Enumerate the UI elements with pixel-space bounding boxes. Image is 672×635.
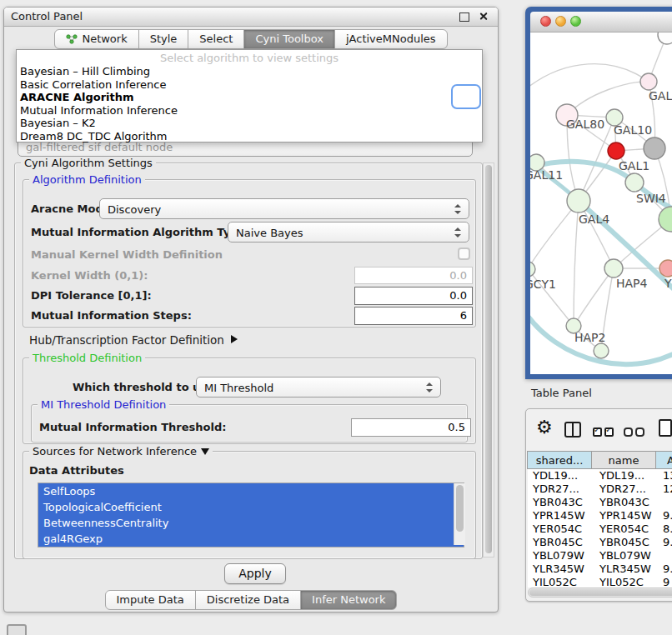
float-window-icon[interactable] <box>459 12 469 22</box>
settings-scrollbar[interactable] <box>483 162 494 558</box>
expand-arrow-icon[interactable] <box>231 335 238 343</box>
scrollbar-thumb[interactable] <box>485 165 492 553</box>
cell-name: YPR145W <box>599 509 651 522</box>
algorithm-option[interactable]: Bayesian – K2 <box>17 117 482 130</box>
tab-label: Cyni Toolbox <box>255 30 323 48</box>
close-traffic-light[interactable] <box>540 16 551 27</box>
node-label: GCY1 <box>530 278 556 291</box>
sources-title-text: Sources for Network Inference <box>33 445 197 458</box>
manual-kernel-checkbox[interactable] <box>458 248 470 260</box>
cell-name: YLR345W <box>599 562 651 576</box>
dpi-tolerance-field[interactable]: 0.0 <box>354 287 473 305</box>
checked-box-icon <box>604 428 614 437</box>
algorithm-option[interactable]: ARACNE Algorithm <box>17 91 482 104</box>
tab-label: Network <box>82 30 127 48</box>
gear-icon[interactable]: ⚙ <box>536 418 553 438</box>
table-row[interactable]: YBR045C YBR045C 9. <box>528 536 672 549</box>
aracne-mode-select[interactable]: Discovery <box>99 198 469 219</box>
spinner-arrows-icon <box>454 204 462 214</box>
table-row[interactable]: YER054C YER054C 8. <box>528 522 672 536</box>
attributes-scrollbar[interactable] <box>454 483 465 545</box>
network-canvas[interactable]: GAL GAL80 GAL10 GAL1 GAL11 SWI4 GAL4 GCY… <box>530 32 672 374</box>
table-row[interactable]: YBR043C YBR043C <box>528 496 672 509</box>
control-panel-titlebar[interactable]: Control Panel <box>4 8 498 27</box>
cell-value: 9. <box>663 509 672 522</box>
close-icon[interactable] <box>479 12 488 21</box>
table-row[interactable]: YPR145W YPR145W 9. <box>528 509 672 522</box>
node-hap4[interactable] <box>604 259 623 278</box>
tab-select[interactable]: Select <box>188 29 244 49</box>
node-label: GAL80 <box>566 118 604 131</box>
table-body[interactable]: YDL19... YDL19... 13 YDR27... YDR27... 1… <box>528 469 672 588</box>
tab-impute-data[interactable]: Impute Data <box>105 590 196 610</box>
table-row[interactable]: YDL19... YDL19... 13 <box>528 469 672 482</box>
algorithm-option[interactable]: Bayesian – Hill Climbing <box>17 65 482 78</box>
sources-group-title[interactable]: Sources for Network Inference <box>29 445 213 458</box>
tab-cyni-toolbox[interactable]: Cyni Toolbox <box>243 29 335 49</box>
tab-label: Select <box>199 30 233 48</box>
attribute-item[interactable]: SelfLoops <box>38 483 464 499</box>
minimized-panel-icon[interactable] <box>7 624 27 635</box>
node-gcy1[interactable] <box>530 262 535 277</box>
attribute-item[interactable]: gal4RGexp <box>38 531 464 547</box>
cell-shared-name: YLR345W <box>533 562 584 576</box>
attribute-item[interactable]: TopologicalCoefficient <box>38 499 464 515</box>
apply-button[interactable]: Apply <box>224 563 286 584</box>
hub-section-header[interactable]: Hub/Transcription Factor Definition <box>29 333 224 347</box>
node-salmon[interactable] <box>659 260 672 277</box>
tab-discretize-data[interactable]: Discretize Data <box>195 590 301 610</box>
table-row[interactable]: YDR27... YDR27... 12 <box>528 482 672 496</box>
node-label: HAP2 <box>574 331 605 344</box>
table-row[interactable]: YIL052C YIL052C 9 <box>528 576 672 588</box>
cell-shared-name: YBL079W <box>533 549 584 562</box>
table-row[interactable]: YBL079W YBL079W <box>528 549 672 562</box>
node-unlabeled[interactable] <box>658 32 672 44</box>
node-label: Y <box>664 277 672 290</box>
algorithm-option[interactable]: Dream8 DC_TDC Algorithm <box>17 130 482 143</box>
scrollbar-thumb[interactable] <box>529 589 672 596</box>
which-threshold-select[interactable]: MI Threshold <box>196 377 441 398</box>
zoom-traffic-light[interactable] <box>570 16 581 27</box>
node-label: GAL4 <box>579 212 609 226</box>
algorithm-option[interactable]: Basic Correlation Inference <box>17 78 482 92</box>
kernel-width-field[interactable]: 0.0 <box>354 267 473 284</box>
mi-threshold-label: Mutual Information Threshold: <box>39 421 226 434</box>
node-gal4[interactable] <box>567 189 590 212</box>
column-header-shared-name[interactable]: shared... <box>527 451 592 469</box>
column-header-name[interactable]: name <box>591 451 656 469</box>
cell-shared-name: YBR043C <box>533 496 583 509</box>
horizontal-scrollbar[interactable] <box>528 588 672 598</box>
dpi-tolerance-label: DPI Tolerance [0,1]: <box>31 289 152 302</box>
node-unlabeled[interactable] <box>594 343 609 358</box>
table-row[interactable]: YLR345W YLR345W 9. <box>528 562 672 576</box>
tab-infer-network[interactable]: Infer Network <box>300 590 397 610</box>
column-header-clipped[interactable]: A <box>655 451 672 469</box>
cell-value: 9. <box>663 562 672 576</box>
node-gal-clipped[interactable] <box>640 73 657 90</box>
split-columns-icon[interactable] <box>564 422 581 438</box>
minimize-traffic-light[interactable] <box>555 16 566 27</box>
node-gray[interactable] <box>644 138 665 159</box>
tab-jactivemnodules[interactable]: jActiveMNodules <box>334 29 448 49</box>
combo-value: Naive Bayes <box>236 226 303 238</box>
node-swi4[interactable] <box>625 173 644 192</box>
algorithm-option[interactable]: Mutual Information Inference <box>17 104 482 118</box>
tab-style[interactable]: Style <box>138 29 189 49</box>
scrollbar-thumb[interactable] <box>456 485 464 532</box>
network-window-titlebar[interactable] <box>530 12 672 32</box>
mi-threshold-field[interactable]: 0.5 <box>351 418 471 437</box>
data-attributes-list[interactable]: SelfLoopsTopologicalCoefficientBetweenne… <box>38 482 464 548</box>
collapse-arrow-icon[interactable] <box>201 448 209 455</box>
mi-steps-field[interactable]: 6 <box>354 307 473 325</box>
tab-network[interactable]: Network <box>54 29 138 49</box>
node-gal1-red[interactable] <box>608 142 624 159</box>
cell-name: YBL079W <box>599 549 651 562</box>
attribute-item[interactable]: BetweennessCentrality <box>38 515 464 531</box>
export-table-icon[interactable] <box>659 419 672 437</box>
node-label: GAL10 <box>614 123 652 137</box>
deselect-all-columns-icon[interactable] <box>624 428 644 437</box>
tab-label: Infer Network <box>312 591 385 609</box>
select-all-columns-icon[interactable] <box>593 428 614 437</box>
mi-algorithm-type-select[interactable]: Naive Bayes <box>228 222 469 242</box>
cell-value: 9. <box>663 536 672 549</box>
